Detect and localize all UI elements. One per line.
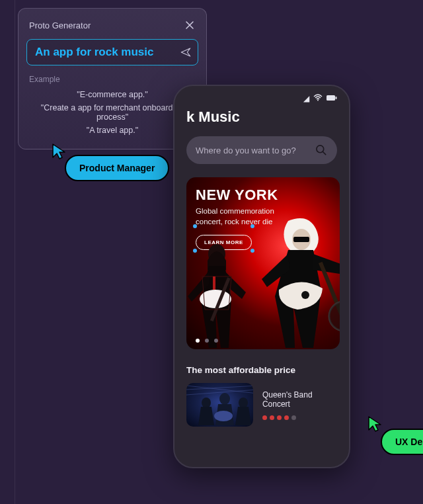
proto-examples: "E-commerce app." "Create a app for merc… (26, 88, 198, 137)
pager-dot[interactable] (205, 339, 209, 343)
search-icon[interactable] (315, 144, 328, 157)
section-title: The most affordable price (186, 365, 337, 375)
phone-mockup: ◢ k Music NEW YORK Global commemoration … (173, 85, 350, 468)
svg-point-16 (214, 411, 233, 421)
example-item[interactable]: "Create a app for merchant onboarding pr… (26, 101, 198, 124)
svg-rect-2 (336, 97, 337, 99)
svg-rect-9 (293, 237, 309, 242)
example-item[interactable]: "A travel app." (26, 124, 198, 137)
statusbar: ◢ (174, 86, 349, 106)
svg-point-17 (239, 398, 248, 408)
svg-point-13 (329, 302, 340, 331)
concert-thumbnail (186, 383, 253, 427)
proto-title: Proto Generator (29, 21, 91, 30)
hero-card[interactable]: NEW YORK Global commemoration concert, r… (186, 177, 340, 349)
price-info: Queen's Band Concert (262, 390, 337, 420)
proto-prompt-input[interactable] (35, 46, 180, 59)
svg-point-15 (219, 393, 230, 405)
concert-name: Queen's Band Concert (262, 390, 337, 409)
hero-city: NEW YORK (196, 187, 330, 204)
proto-header: Proto Generator (26, 17, 198, 39)
rating-dot (277, 415, 282, 420)
svg-point-0 (317, 100, 319, 101)
app-body: k Music NEW YORK Global commemoration co… (174, 106, 349, 467)
close-icon[interactable] (184, 19, 196, 31)
search-input[interactable] (196, 146, 308, 155)
svg-line-18 (186, 386, 253, 390)
search-field[interactable] (186, 136, 337, 164)
pager-dot[interactable] (196, 339, 200, 343)
svg-point-14 (202, 398, 211, 408)
svg-line-19 (186, 390, 253, 395)
cursor-icon (52, 143, 66, 160)
guideline (15, 0, 15, 504)
carousel-pager[interactable] (196, 339, 218, 343)
ux-designer-badge[interactable]: UX Desi (381, 429, 423, 455)
rating (262, 415, 337, 420)
performer-graphic (250, 217, 340, 349)
proto-input-wrap[interactable] (26, 39, 198, 65)
price-item[interactable]: Queen's Band Concert (186, 383, 337, 427)
rating-dot (284, 415, 289, 420)
rating-dot (262, 415, 267, 420)
app-title: k Music (186, 108, 337, 126)
signal-icon: ◢ (303, 94, 309, 103)
product-manager-badge[interactable]: Product Manager (65, 155, 169, 181)
svg-rect-7 (213, 276, 215, 290)
selection-handle-icon[interactable] (193, 224, 197, 228)
cursor-icon (367, 415, 382, 435)
example-label: Example (29, 75, 196, 84)
svg-point-10 (301, 291, 309, 299)
wifi-icon (313, 94, 323, 103)
pm-label: Product Manager (79, 163, 155, 173)
pager-dot[interactable] (214, 339, 218, 343)
send-icon[interactable] (180, 45, 192, 60)
example-item[interactable]: "E-commerce app." (26, 88, 198, 101)
ux-label: UX Desi (395, 437, 423, 447)
svg-rect-1 (327, 95, 335, 101)
rating-dot (270, 415, 274, 420)
rating-dot (291, 415, 296, 420)
battery-icon (327, 94, 337, 103)
